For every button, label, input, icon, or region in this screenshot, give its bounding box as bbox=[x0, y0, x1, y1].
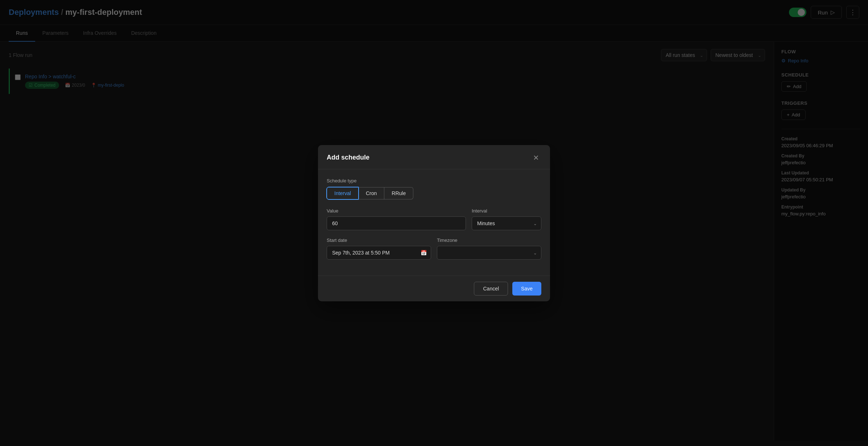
interval-label: Interval bbox=[472, 208, 541, 214]
modal-header: Add schedule ✕ bbox=[318, 145, 550, 169]
sch-tab-rrule[interactable]: RRule bbox=[384, 187, 413, 199]
modal-title: Add schedule bbox=[327, 154, 369, 161]
save-button[interactable]: Save bbox=[512, 282, 541, 296]
start-date-input-wrapper: 📅 bbox=[327, 246, 431, 260]
add-schedule-modal: Add schedule ✕ Schedule type Interval Cr… bbox=[318, 145, 550, 301]
cancel-button[interactable]: Cancel bbox=[474, 282, 508, 296]
timezone-select-wrapper: UTC America/New_York America/Chicago Ame… bbox=[437, 246, 541, 260]
start-date-label: Start date bbox=[327, 238, 431, 243]
value-group: Value bbox=[327, 208, 466, 230]
value-input[interactable] bbox=[327, 216, 466, 230]
timezone-select[interactable]: UTC America/New_York America/Chicago Ame… bbox=[437, 246, 541, 260]
timezone-group: Timezone UTC America/New_York America/Ch… bbox=[437, 238, 541, 260]
timezone-label: Timezone bbox=[437, 238, 541, 243]
value-label: Value bbox=[327, 208, 466, 214]
value-interval-row: Value Interval Minutes Hours Days Weeks bbox=[327, 208, 541, 230]
modal-body: Schedule type Interval Cron RRule Value … bbox=[318, 169, 550, 276]
sch-tab-interval[interactable]: Interval bbox=[327, 187, 359, 199]
start-date-group: Start date 📅 bbox=[327, 238, 431, 260]
start-date-input[interactable] bbox=[327, 246, 431, 260]
startdate-timezone-row: Start date 📅 Timezone UTC America/New_Yo… bbox=[327, 238, 541, 260]
interval-select[interactable]: Minutes Hours Days Weeks bbox=[472, 216, 541, 230]
schedule-type-tabs: Interval Cron RRule bbox=[327, 187, 541, 199]
interval-select-wrapper: Minutes Hours Days Weeks bbox=[472, 216, 541, 230]
modal-footer: Cancel Save bbox=[318, 276, 550, 301]
modal-close-button[interactable]: ✕ bbox=[530, 152, 541, 163]
schedule-type-label: Schedule type bbox=[327, 178, 541, 183]
modal-overlay[interactable]: Add schedule ✕ Schedule type Interval Cr… bbox=[0, 0, 868, 446]
sch-tab-cron[interactable]: Cron bbox=[359, 187, 384, 199]
interval-group: Interval Minutes Hours Days Weeks bbox=[472, 208, 541, 230]
